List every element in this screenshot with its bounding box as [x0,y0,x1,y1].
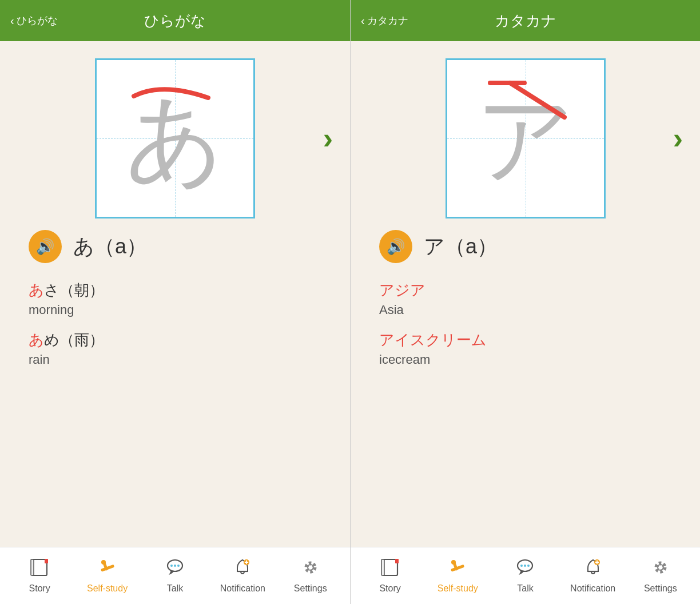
left-stroke-svg [117,70,231,122]
right-vocab-prefix-2: ア [379,331,395,348]
left-nav-selfstudy[interactable]: Self-study [85,558,130,594]
right-story-label: Story [379,583,400,594]
left-vocab-rest-2: め（雨） [44,331,104,348]
left-vocab-prefix-1: あ [29,281,44,299]
left-bottom-nav: Story Self-study [0,547,350,604]
right-character-card[interactable]: ア [446,58,606,218]
left-next-arrow[interactable]: › [323,121,333,156]
left-sound-button[interactable]: 🔊 [29,230,62,263]
right-nav-story[interactable]: Story [367,558,413,594]
svg-point-25 [520,565,523,567]
left-talk-label: Talk [167,583,183,594]
right-stroke-svg [479,69,582,126]
right-header: ‹ カタカナ カタカナ [351,0,700,41]
left-nav-notification[interactable]: Notification [220,558,265,594]
right-sound-icon: 🔊 [387,238,405,256]
left-settings-label: Settings [294,583,327,594]
left-sound-icon: 🔊 [36,238,54,256]
right-vocab-section: アジア Asia アイスクリーム icecream [362,280,689,380]
left-nav-settings[interactable]: Settings [288,558,333,594]
right-settings-icon [651,558,670,580]
right-notification-icon [583,558,603,580]
right-notification-label: Notification [570,583,615,594]
left-story-icon [30,558,49,580]
right-title: カタカナ [495,11,556,31]
right-vocab-japanese-2: アイスクリーム [379,330,689,350]
svg-point-27 [527,565,530,567]
left-back-chevron: ‹ [10,14,14,27]
left-vocab-item-2: あめ（雨） rain [29,330,339,367]
left-content: あ › 🔊 あ（a） あさ（朝） morning [0,41,350,547]
left-story-label: Story [29,583,50,594]
left-talk-icon [165,558,185,580]
svg-rect-2 [31,559,34,575]
right-vocab-item-2: アイスクリーム icecream [379,330,689,367]
svg-point-8 [170,565,173,567]
right-back-button[interactable]: ‹ カタカナ [361,14,408,27]
left-nav-story[interactable]: Story [17,558,62,594]
left-vocab-japanese-1: あさ（朝） [29,280,339,300]
left-vocab-rest-1: さ（朝） [44,281,104,299]
right-panel: ‹ カタカナ カタカナ ア › 🔊 [350,0,700,604]
right-vocab-english-2: icecream [379,352,689,367]
svg-rect-20 [395,559,399,563]
right-content: ア › 🔊 ア（a） アジア Asia [351,41,700,547]
svg-point-26 [524,565,526,567]
left-vocab-japanese-2: あめ（雨） [29,330,339,350]
left-notification-icon [233,558,252,580]
left-vocab-prefix-2: あ [29,331,44,348]
right-vocab-rest-1: ジア [395,281,425,299]
left-pronunciation-text: あ（a） [73,233,147,261]
right-settings-label: Settings [644,583,677,594]
svg-rect-4 [101,565,114,572]
right-card-wrapper: ア › [362,58,689,218]
right-selfstudy-icon [448,558,467,580]
right-sound-button[interactable]: 🔊 [379,230,412,263]
right-vocab-rest-2: イスクリーム [395,331,487,348]
left-back-button[interactable]: ‹ ひらがな [10,14,58,27]
left-nav-talk[interactable]: Talk [152,558,198,594]
svg-rect-21 [451,565,464,572]
left-settings-icon [301,558,320,580]
svg-point-23 [451,560,456,565]
left-back-label: ひらがな [17,14,58,27]
right-back-chevron: ‹ [361,14,365,27]
left-vocab-english-2: rain [29,352,339,367]
left-character-card[interactable]: あ [95,58,255,218]
svg-point-6 [101,560,106,565]
right-selfstudy-label: Self-study [438,583,478,594]
left-selfstudy-label: Self-study [87,583,128,594]
left-selfstudy-icon [98,558,117,580]
right-bottom-nav: Story Self-study [351,547,700,604]
left-panel: ‹ ひらがな ひらがな あ › 🔊 あ（a） [0,0,350,604]
right-nav-talk[interactable]: Talk [502,558,548,594]
left-header: ‹ ひらがな ひらがな [0,0,350,41]
right-nav-selfstudy[interactable]: Self-study [435,558,480,594]
left-vocab-item-1: あさ（朝） morning [29,280,339,317]
right-talk-label: Talk [517,583,533,594]
right-nav-notification[interactable]: Notification [570,558,616,594]
right-story-icon [380,558,400,580]
right-vocab-item-1: アジア Asia [379,280,689,317]
right-pronunciation-row: 🔊 ア（a） [362,230,689,263]
right-vocab-english-1: Asia [379,303,689,317]
left-vocab-section: あさ（朝） morning あめ（雨） rain [11,280,339,380]
right-talk-icon [515,558,535,580]
left-pronunciation-row: 🔊 あ（a） [11,230,339,263]
svg-point-9 [174,565,176,567]
svg-point-10 [177,565,180,567]
right-vocab-prefix-1: ア [379,281,395,299]
right-next-arrow[interactable]: › [673,121,683,156]
right-back-label: カタカナ [367,14,408,27]
left-card-wrapper: あ › [11,58,339,218]
left-vocab-english-1: morning [29,303,339,317]
left-title: ひらがな [144,11,206,31]
left-notification-label: Notification [220,583,265,594]
svg-rect-3 [45,559,48,563]
right-vocab-japanese-1: アジア [379,280,689,300]
right-nav-settings[interactable]: Settings [638,558,683,594]
svg-rect-19 [381,559,384,575]
right-pronunciation-text: ア（a） [424,233,498,261]
